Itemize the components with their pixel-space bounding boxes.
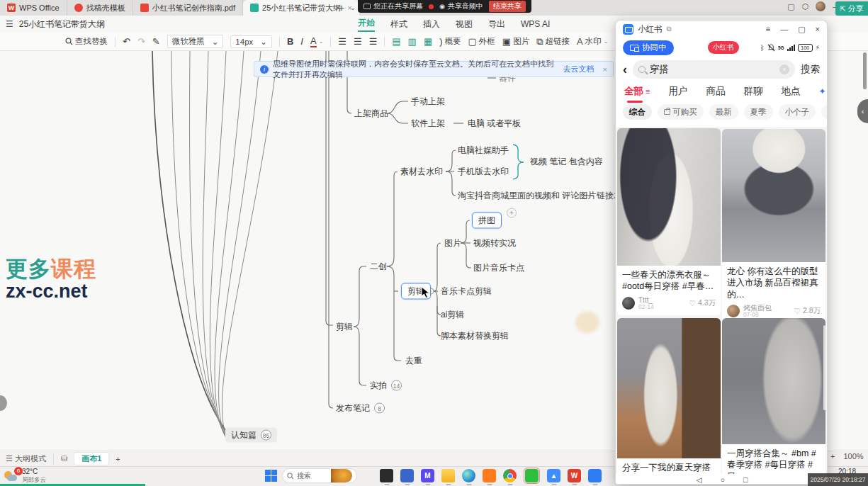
nav-home-icon[interactable]: ○ xyxy=(721,475,725,484)
menu-item-开始[interactable]: 开始 xyxy=(358,17,375,32)
browser-tab-2[interactable]: 小红书笔记创作指南.pdf xyxy=(133,0,243,16)
layers-icon[interactable]: ⛁ xyxy=(61,454,67,463)
mindmap-node-real-shoot[interactable]: 实拍14 xyxy=(370,380,402,392)
insert-topic-icon[interactable]: ▤ xyxy=(392,36,400,47)
font-size-select[interactable]: 14px⌄ xyxy=(230,35,272,48)
stop-share-button[interactable]: 结束共享 xyxy=(489,1,526,12)
phone-scrollbar[interactable] xyxy=(823,325,825,410)
mirror-app-icon[interactable] xyxy=(588,469,602,482)
filter-chip-夏季[interactable]: 夏季 xyxy=(744,104,773,120)
mindmap-node-music-beat-edit[interactable]: 音乐卡点剪辑 xyxy=(441,286,492,298)
phone-tab-群聊[interactable]: 群聊 xyxy=(743,85,762,98)
mindmap-node-remove-watermark[interactable]: 素材去水印 xyxy=(400,166,443,178)
mindmap-node-publish-note[interactable]: 发布笔记8 xyxy=(336,402,385,414)
undo-button[interactable]: ↶ xyxy=(123,36,130,47)
phone-tab-地点[interactable]: 地点 xyxy=(781,85,800,98)
bold-button[interactable]: B xyxy=(287,36,293,47)
close-button[interactable]: × xyxy=(816,25,820,34)
nav-recents-icon[interactable]: □ xyxy=(743,475,748,484)
mindmap-node-video-note-content[interactable]: 视频 笔记 包含内容 xyxy=(530,156,603,168)
mindmap-node-dedup[interactable]: 去重 xyxy=(405,355,422,367)
notice-close-icon[interactable]: × xyxy=(603,65,607,74)
mindmap-node-taobao-douyin-media[interactable]: 淘宝抖音商城里面的视频和 评论图片 xyxy=(458,190,596,202)
collab-pill[interactable]: 协同中 xyxy=(623,40,674,55)
mindmap-node-second-creation[interactable]: 二创 xyxy=(370,261,387,273)
minimize-button[interactable]: — xyxy=(780,25,788,34)
zoom-in-button[interactable]: + xyxy=(830,452,835,460)
phone-tab-问一问[interactable]: ✦问一问 xyxy=(818,85,828,98)
outline-mode-button[interactable]: ☰ 大纲模式 xyxy=(6,453,46,464)
watermark-button[interactable]: A水印⌄ xyxy=(577,36,608,47)
phone-tab-全部[interactable]: 全部≡ xyxy=(624,85,650,98)
share-button[interactable]: ⇱分享 xyxy=(835,1,868,16)
canvas-scrollbar[interactable] xyxy=(863,52,867,89)
window-menu-icon[interactable]: ≡ xyxy=(766,25,770,34)
mindmap-node-edit[interactable]: 剪辑 xyxy=(336,321,353,333)
mindmap-node-video-to-live[interactable]: 视频转实况 xyxy=(473,237,516,249)
feed-card[interactable]: 一周穿搭合集～ #bm #春季穿搭 #每日穿搭 #日… xyxy=(722,318,825,485)
avatar[interactable] xyxy=(816,1,825,11)
go-cloud-link[interactable]: 去云文档 xyxy=(563,64,594,74)
browser-tab-0[interactable]: WWPS Office xyxy=(0,0,67,16)
mindmap-node-software-listing[interactable]: 软件上架 xyxy=(411,118,445,130)
zoom-controls[interactable]: + 100% xyxy=(830,452,864,460)
mindmap-node-list-products[interactable]: 上架商品 xyxy=(354,108,388,120)
filter-icon[interactable]: ≡ xyxy=(646,87,650,96)
hamburger-menu-icon[interactable]: ☰ xyxy=(6,19,13,29)
mindmap-node-cognition[interactable]: 认知篇85 xyxy=(225,428,277,443)
browser-tab-1[interactable]: 找稿壳模板 xyxy=(67,0,133,16)
search-input[interactable]: 穿搭 × xyxy=(633,60,795,79)
add-canvas-button[interactable]: + xyxy=(115,455,120,463)
briefcase-app-icon[interactable] xyxy=(400,469,414,482)
align-center-icon[interactable]: ☰ xyxy=(354,36,362,47)
summary-button[interactable]: )概要 xyxy=(439,36,461,47)
filter-chip-韩里韩气[interactable]: 韩里韩气 xyxy=(821,104,828,120)
filter-chip-小个子[interactable]: 小个子 xyxy=(779,104,816,120)
mindmap-node-ai-edit[interactable]: ai剪辑 xyxy=(441,309,464,321)
canvas-tab[interactable]: 画布1 xyxy=(74,453,108,465)
phone-window-titlebar[interactable]: 小红书 ⧉ ≡ — ▢ × xyxy=(616,21,827,38)
mindmap-node-picture-music-beat[interactable]: 图片音乐卡点 xyxy=(473,262,524,274)
mindmap-node-manual-listing[interactable]: 手动上架 xyxy=(411,96,445,108)
add-child-button[interactable]: + xyxy=(507,208,517,218)
menu-item-导出[interactable]: 导出 xyxy=(488,18,505,30)
menu-item-插入[interactable]: 插入 xyxy=(423,18,440,30)
align-left-icon[interactable]: ☰ xyxy=(338,36,346,47)
purple-m-app-icon[interactable]: M xyxy=(421,469,434,482)
filter-chip-综合[interactable]: 综合 xyxy=(623,104,652,120)
nav-back-icon[interactable]: ◁ xyxy=(697,475,702,484)
feed-card[interactable]: 一些春天的漂亮衣服～ #ootd每日穿搭 #早春…Tttt_02-14♡4.3万 xyxy=(617,128,721,315)
taskbar-search[interactable]: 搜索 xyxy=(282,468,357,483)
menu-item-样式[interactable]: 样式 xyxy=(390,18,407,30)
font-family-select[interactable]: 微软雅黑⌄ xyxy=(167,35,224,48)
mountain-app-icon[interactable]: ▲ xyxy=(547,469,560,482)
menu-item-视图[interactable]: 视图 xyxy=(456,18,473,30)
new-tab-button[interactable]: + xyxy=(339,2,344,13)
insert-image-button[interactable]: ▣图片 xyxy=(502,36,529,47)
multi-window-icon[interactable]: ⧉ xyxy=(667,25,672,33)
tab-list-dropdown[interactable]: ⌄ xyxy=(350,4,356,11)
wps-app-icon[interactable]: W xyxy=(568,469,581,482)
mindmap-node-script-material-edit[interactable]: 脚本素材替换剪辑 xyxy=(441,330,509,342)
back-button[interactable]: ‹ xyxy=(623,63,627,76)
edge-browser-icon[interactable] xyxy=(462,469,475,482)
feed-card[interactable]: 龙心 你有这么牛的版型进入市场 新品百褶裙真的…烤焦面包07-08♡2.8万 xyxy=(722,129,825,323)
hyperlink-button[interactable]: ⧉超链接 xyxy=(536,36,570,47)
search-button[interactable]: 搜索 xyxy=(801,63,820,76)
chrome-browser-icon[interactable] xyxy=(503,469,517,482)
mindmap-node-pc-or-tablet[interactable]: 电脑 或者平板 xyxy=(468,118,521,130)
weather-widget[interactable]: 32°C局部多云 xyxy=(4,468,46,485)
redo-button[interactable]: ↷ xyxy=(137,36,145,47)
mindmap-node-mobile-remove-watermark[interactable]: 手机版去水印 xyxy=(458,166,509,178)
filter-chip-最新[interactable]: 最新 xyxy=(709,104,738,120)
phone-tab-商品[interactable]: 商品 xyxy=(706,85,725,98)
feed-card[interactable]: 分享一下我的夏天穿搭合 xyxy=(617,318,721,485)
find-replace-button[interactable]: 查找替换 xyxy=(65,36,108,47)
start-button[interactable] xyxy=(265,470,277,482)
mindmap-node-picture[interactable]: 图片 xyxy=(444,237,461,249)
maximize-button[interactable]: ▢ xyxy=(798,25,805,34)
phone-tab-用户[interactable]: 用户 xyxy=(668,85,687,98)
frame-button[interactable]: ▢外框 xyxy=(468,36,495,47)
widget-icon[interactable]: ⬡ xyxy=(802,2,809,11)
menu-item-WPS AI[interactable]: WPS AI xyxy=(521,19,550,29)
